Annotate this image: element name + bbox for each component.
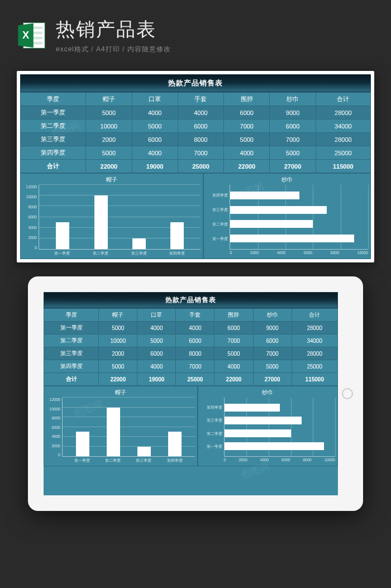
sheet-title: 热款产品销售表 xyxy=(44,292,338,308)
y-axis: 020004000600080001000012000 xyxy=(23,185,39,250)
chart-scarves: 纱巾 第四季度第三季度第二季度第一季度 02000400060008000100… xyxy=(203,173,371,259)
table-body: 第一季度5000400040006000900028000第二季度1000050… xyxy=(21,106,371,173)
table-total-row: 合计2200019000250002200027000115000 xyxy=(44,373,338,386)
table-header-cell: 手套 xyxy=(176,309,214,322)
bar xyxy=(132,238,146,249)
table-header-row: 季度帽子口罩手套围脖纱巾合计 xyxy=(21,93,371,106)
table-header-cell: 手套 xyxy=(178,93,223,106)
plot-area xyxy=(230,185,368,250)
x-axis: 第一季度第二季度第三季度第四季度 xyxy=(62,457,195,465)
table-row: 第三季度2000600080005000700028000 xyxy=(21,133,371,146)
chart-hats: 帽子 020004000600080001000012000 第一季度第二季度第… xyxy=(20,173,203,259)
table-header-cell: 围脖 xyxy=(214,309,253,322)
bar xyxy=(225,404,280,412)
x-axis: 0200040006000800010000 xyxy=(224,457,335,465)
horizontal-bar-chart: 第四季度第三季度第二季度第一季度 0200040006000800010000 xyxy=(206,185,368,257)
bar xyxy=(225,417,302,424)
bar xyxy=(225,442,325,450)
sheet-title: 热款产品销售表 xyxy=(20,74,371,92)
table-row: 第三季度2000600080005000700028000 xyxy=(44,347,338,360)
table-row: 第二季度10000500060007000600034000 xyxy=(21,119,371,133)
excel-icon: X xyxy=(17,20,47,51)
bar xyxy=(230,220,313,228)
bar xyxy=(230,235,354,242)
table-header-cell: 季度 xyxy=(21,93,86,106)
chart-title: 帽子 xyxy=(46,389,195,396)
horizontal-bar-chart: 第四季度第三季度第二季度第一季度 0200040006000800010000 xyxy=(201,398,335,465)
page-title: 热销产品表 xyxy=(56,17,374,42)
y-labels: 第四季度第三季度第二季度第一季度 xyxy=(206,185,230,257)
table-header-cell: 帽子 xyxy=(86,93,132,106)
table-header-cell: 季度 xyxy=(44,309,99,322)
table-header-cell: 围脖 xyxy=(224,93,270,106)
preview-card-large: 热款产品销售表 季度帽子口罩手套围脖纱巾合计 第一季度5000400040006… xyxy=(17,71,374,262)
table-row: 第一季度5000400040006000900028000 xyxy=(21,106,371,119)
table-header-cell: 纱巾 xyxy=(270,93,316,106)
table-header-cell: 口罩 xyxy=(132,93,178,106)
chart-title: 纱巾 xyxy=(201,389,335,396)
data-table: 季度帽子口罩手套围脖纱巾合计 第一季度500040004000600090002… xyxy=(20,92,371,173)
data-table: 季度帽子口罩手套围脖纱巾合计 第一季度500040004000600090002… xyxy=(44,308,338,386)
table-header-cell: 帽子 xyxy=(99,309,137,322)
table-header-cell: 合计 xyxy=(316,93,370,106)
bar xyxy=(168,432,182,456)
table-header-row: 季度帽子口罩手套围脖纱巾合计 xyxy=(44,309,338,322)
table-row: 第四季度5000400070004000500025000 xyxy=(21,146,371,160)
y-labels: 第四季度第三季度第二季度第一季度 xyxy=(201,398,224,465)
table-body: 第一季度5000400040006000900028000第二季度1000050… xyxy=(44,322,338,386)
chart-hats: 帽子 020004000600080001000012000 第一季度第二季度第… xyxy=(44,386,198,466)
x-axis: 0200040006000800010000 xyxy=(230,250,368,257)
bar xyxy=(230,206,327,214)
bar xyxy=(225,429,291,437)
table-row: 第一季度5000400040006000900028000 xyxy=(44,322,338,334)
bar xyxy=(170,222,184,249)
chart-scarves: 纱巾 第四季度第三季度第二季度第一季度 02000400060008000100… xyxy=(198,386,338,466)
plot-area xyxy=(62,398,195,457)
vertical-bar-chart: 020004000600080001000012000 第一季度第二季度第三季度… xyxy=(23,185,201,257)
tablet-preview: 热款产品销售表 季度帽子口罩手套围脖纱巾合计 第一季度5000400040006… xyxy=(28,276,363,511)
bar xyxy=(107,408,120,457)
y-axis: 020004000600080001000012000 xyxy=(46,398,62,457)
table-header-cell: 口罩 xyxy=(137,309,176,322)
x-axis: 第一季度第二季度第三季度第四季度 xyxy=(39,250,201,257)
table-row: 第四季度5000400070004000500025000 xyxy=(44,360,338,373)
chart-title: 帽子 xyxy=(23,176,201,184)
bar xyxy=(76,432,89,456)
table-header-cell: 合计 xyxy=(292,309,337,322)
table-header-cell: 纱巾 xyxy=(253,309,292,322)
page-subtitle: excel格式 / A4打印 / 内容随意修改 xyxy=(56,45,374,54)
bar xyxy=(137,447,151,456)
plot-area xyxy=(39,185,201,250)
table-row: 第二季度10000500060007000600034000 xyxy=(44,334,338,347)
bar xyxy=(230,192,299,199)
bar xyxy=(56,222,69,249)
charts-row: 帽子 020004000600080001000012000 第一季度第二季度第… xyxy=(44,386,338,466)
bar xyxy=(94,195,108,249)
charts-row: 帽子 020004000600080001000012000 第一季度第二季度第… xyxy=(20,173,371,259)
vertical-bar-chart: 020004000600080001000012000 第一季度第二季度第三季度… xyxy=(46,398,195,465)
page-header: X 热销产品表 excel格式 / A4打印 / 内容随意修改 xyxy=(0,0,391,65)
table-total-row: 合计2200019000250002200027000115000 xyxy=(21,160,371,173)
chart-title: 纱巾 xyxy=(206,176,368,184)
svg-text:X: X xyxy=(22,29,30,41)
plot-area xyxy=(224,398,335,457)
